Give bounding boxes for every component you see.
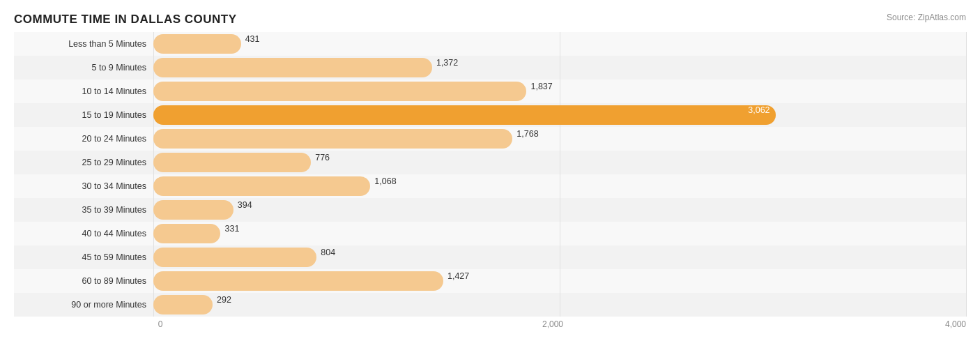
bar-label: 20 to 24 Minutes	[14, 134, 153, 144]
chart-container: COMMUTE TIME IN DALLAS COUNTY Source: Zi…	[0, 0, 980, 364]
x-axis-tick: 2,000	[167, 319, 938, 329]
bar-fill: 776	[153, 153, 311, 172]
bar-value: 1,837	[530, 82, 552, 91]
bar-value: 431	[245, 34, 260, 44]
bar-track: 776	[153, 153, 966, 172]
bar-row: 15 to 19 Minutes3,062	[14, 103, 966, 127]
grid-line	[966, 32, 967, 317]
bar-value: 804	[321, 248, 335, 257]
bar-track: 1,837	[153, 82, 966, 101]
bar-row: 20 to 24 Minutes1,768	[14, 127, 966, 151]
bar-row: 60 to 89 Minutes1,427	[14, 269, 966, 293]
bar-label: 25 to 29 Minutes	[14, 158, 153, 167]
x-axis: 02,0004,000	[14, 319, 966, 329]
bar-label: 45 to 59 Minutes	[14, 252, 153, 262]
bar-track: 1,372	[153, 58, 966, 77]
bar-fill: 1,068	[153, 176, 370, 196]
bar-label: 10 to 14 Minutes	[14, 86, 153, 96]
bar-value: 292	[217, 295, 231, 305]
bar-value: 1,427	[447, 271, 469, 281]
bar-value: 1,768	[516, 129, 538, 139]
bar-track: 3,062	[153, 105, 966, 125]
bar-fill: 394	[153, 200, 233, 220]
chart-title: COMMUTE TIME IN DALLAS COUNTY	[14, 13, 966, 26]
bar-fill: 1,837	[153, 82, 526, 101]
bar-track: 331	[153, 224, 966, 243]
bar-value: 1,372	[436, 58, 458, 68]
bar-fill: 331	[153, 224, 220, 243]
bar-fill: 804	[153, 248, 316, 267]
bar-rows: Less than 5 Minutes4315 to 9 Minutes1,37…	[14, 32, 966, 317]
bar-fill: 431	[153, 34, 241, 54]
bar-label: 35 to 39 Minutes	[14, 205, 153, 215]
bar-row: 10 to 14 Minutes1,837	[14, 79, 966, 103]
bar-fill: 3,062	[153, 105, 776, 125]
x-axis-tick: 0	[153, 319, 167, 329]
x-axis-tick: 4,000	[938, 319, 966, 329]
bar-row: 5 to 9 Minutes1,372	[14, 56, 966, 79]
bar-label: 5 to 9 Minutes	[14, 63, 153, 73]
bar-label: 15 to 19 Minutes	[14, 110, 153, 120]
bar-label: 60 to 89 Minutes	[14, 276, 153, 286]
bar-track: 431	[153, 34, 966, 54]
bar-row: 25 to 29 Minutes776	[14, 151, 966, 174]
bar-row: 30 to 34 Minutes1,068	[14, 174, 966, 198]
bar-row: 35 to 39 Minutes394	[14, 198, 966, 222]
bar-fill: 1,768	[153, 129, 512, 149]
chart-area: Less than 5 Minutes4315 to 9 Minutes1,37…	[14, 32, 966, 321]
bar-track: 1,068	[153, 176, 966, 196]
bar-fill: 292	[153, 295, 213, 314]
bar-row: 90 or more Minutes292	[14, 293, 966, 317]
bar-row: Less than 5 Minutes431	[14, 32, 966, 56]
bar-value: 3,062	[748, 105, 770, 115]
bar-label: Less than 5 Minutes	[14, 39, 153, 49]
bar-track: 1,768	[153, 129, 966, 149]
source-label: Source: ZipAtlas.com	[887, 13, 966, 22]
bar-row: 40 to 44 Minutes331	[14, 222, 966, 245]
bar-track: 804	[153, 248, 966, 267]
bar-label: 30 to 34 Minutes	[14, 181, 153, 191]
bar-label: 90 or more Minutes	[14, 300, 153, 310]
bar-fill: 1,427	[153, 271, 443, 291]
bar-track: 1,427	[153, 271, 966, 291]
bar-value: 394	[238, 200, 252, 210]
bar-track: 292	[153, 295, 966, 314]
bar-label: 40 to 44 Minutes	[14, 229, 153, 238]
bar-fill: 1,372	[153, 58, 432, 77]
bar-value: 1,068	[374, 176, 396, 186]
bar-value: 331	[224, 224, 239, 234]
bar-row: 45 to 59 Minutes804	[14, 245, 966, 269]
bar-value: 776	[315, 153, 330, 162]
bar-track: 394	[153, 200, 966, 220]
